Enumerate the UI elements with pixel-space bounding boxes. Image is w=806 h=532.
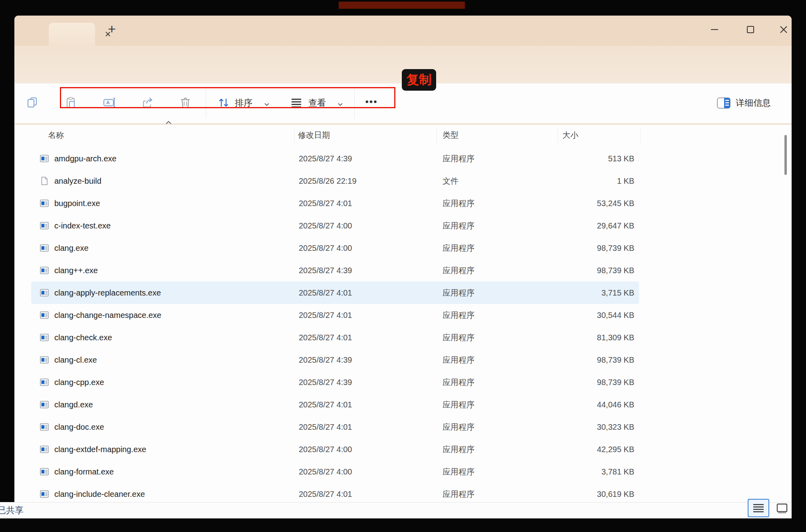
file-icon xyxy=(40,378,49,387)
file-row[interactable]: clang.exe 2025/8/27 4:00 应用程序 98,739 KB xyxy=(31,237,639,259)
file-size: 30,323 KB xyxy=(514,416,634,438)
header-divider xyxy=(14,123,792,125)
maximize-button[interactable] xyxy=(738,16,763,44)
file-row[interactable]: amdgpu-arch.exe 2025/8/27 4:39 应用程序 513 … xyxy=(31,147,639,170)
file-size: 30,544 KB xyxy=(514,304,634,326)
maximize-icon xyxy=(746,25,755,34)
file-icon xyxy=(40,288,49,297)
file-row[interactable]: clang-include-cleaner.exe 2025/8/27 4:01… xyxy=(31,483,639,502)
file-icon xyxy=(40,177,49,185)
details-pane-button[interactable]: 详细信息 xyxy=(713,92,792,115)
file-type: 应用程序 xyxy=(443,237,474,259)
file-type: 应用程序 xyxy=(443,349,474,371)
file-date-modified: 2025/8/27 4:00 xyxy=(299,237,352,259)
exe-file-icon xyxy=(40,355,49,364)
status-bar: 已共享 xyxy=(0,502,792,518)
shared-status-label: 已共享 xyxy=(0,502,24,518)
file-name: bugpoint.exe xyxy=(54,192,100,214)
file-icon xyxy=(40,400,49,409)
delete-button[interactable] xyxy=(176,92,195,113)
screen: × + C: xyxy=(0,0,806,532)
new-tab-button[interactable]: + xyxy=(105,16,118,46)
view-button[interactable] xyxy=(287,92,306,113)
file-name: clang-format.exe xyxy=(54,461,114,483)
file-date-modified: 2025/8/26 22:19 xyxy=(299,170,357,192)
column-header-name[interactable]: 名称 xyxy=(48,126,64,144)
file-row[interactable]: bugpoint.exe 2025/8/27 4:01 应用程序 53,245 … xyxy=(31,192,639,214)
file-type: 应用程序 xyxy=(443,461,474,483)
file-row[interactable]: clangd.exe 2025/8/27 4:01 应用程序 44,046 KB xyxy=(31,393,639,416)
file-row[interactable]: clang-extdef-mapping.exe 2025/8/27 4:00 … xyxy=(31,438,639,461)
rename-button[interactable] xyxy=(100,92,119,113)
file-size: 29,647 KB xyxy=(514,214,634,237)
file-row[interactable]: clang-doc.exe 2025/8/27 4:01 应用程序 30,323… xyxy=(31,416,639,438)
share-button[interactable] xyxy=(138,92,157,113)
column-separator xyxy=(558,128,558,144)
paste-button[interactable] xyxy=(62,92,81,113)
file-size: 81,309 KB xyxy=(514,326,634,349)
file-list: amdgpu-arch.exe 2025/8/27 4:39 应用程序 513 … xyxy=(14,147,792,502)
file-explorer-window: × + C: xyxy=(14,16,792,502)
copy-button[interactable] xyxy=(23,92,42,113)
file-size: 30,619 KB xyxy=(514,483,634,502)
annotation-copy-badge: 复制 xyxy=(402,69,436,91)
paste-icon xyxy=(65,97,77,109)
close-button[interactable] xyxy=(771,16,792,44)
file-name: clangd.exe xyxy=(54,393,93,416)
minimize-button[interactable] xyxy=(702,16,727,44)
exe-file-icon xyxy=(40,378,49,387)
file-date-modified: 2025/8/27 4:01 xyxy=(299,416,352,438)
file-type: 应用程序 xyxy=(443,483,474,502)
file-size: 513 KB xyxy=(514,147,634,170)
file-type: 应用程序 xyxy=(443,416,474,438)
exe-file-icon xyxy=(40,400,49,409)
file-icon xyxy=(40,333,49,342)
toolbar-separator xyxy=(354,89,355,119)
file-type: 应用程序 xyxy=(443,304,474,326)
file-date-modified: 2025/8/27 4:01 xyxy=(299,393,352,416)
file-date-modified: 2025/8/27 4:01 xyxy=(299,326,352,349)
file-row[interactable]: analyze-build 2025/8/26 22:19 文件 1 KB xyxy=(31,170,639,192)
more-options-button[interactable]: ••• xyxy=(361,83,382,123)
exe-file-icon xyxy=(40,154,49,163)
file-row[interactable]: clang-change-namespace.exe 2025/8/27 4:0… xyxy=(31,304,639,326)
view-icon xyxy=(290,97,302,108)
copy-icon xyxy=(27,97,39,109)
file-size: 42,295 KB xyxy=(514,438,634,461)
file-size: 98,739 KB xyxy=(514,237,634,259)
address-bar-row: C:\Program Files\clang+llvm-21.1.0-x86_6… xyxy=(14,46,792,83)
file-row[interactable]: clang++.exe 2025/8/27 4:39 应用程序 98,739 K… xyxy=(31,259,639,282)
file-row[interactable]: clang-cpp.exe 2025/8/27 4:39 应用程序 98,739… xyxy=(31,371,639,393)
file-name: clang-extdef-mapping.exe xyxy=(54,438,146,461)
explorer-tab[interactable]: × xyxy=(49,23,95,46)
file-row[interactable]: clang-format.exe 2025/8/27 4:00 应用程序 3,7… xyxy=(31,461,639,483)
large-icons-view-icon xyxy=(776,503,788,514)
close-icon xyxy=(779,25,788,34)
vertical-scrollbar-thumb[interactable] xyxy=(784,135,787,175)
exe-file-icon xyxy=(40,333,49,342)
file-size: 3,715 KB xyxy=(514,282,634,304)
file-icon xyxy=(40,221,49,230)
file-row[interactable]: clang-check.exe 2025/8/27 4:01 应用程序 81,3… xyxy=(31,326,639,349)
large-icons-view-toggle[interactable] xyxy=(773,502,791,515)
file-row[interactable]: c-index-test.exe 2025/8/27 4:00 应用程序 29,… xyxy=(31,214,639,237)
rename-icon xyxy=(103,97,116,109)
file-name: amdgpu-arch.exe xyxy=(54,147,117,170)
file-name: clang-include-cleaner.exe xyxy=(54,483,145,502)
file-row[interactable]: clang-apply-replacements.exe 2025/8/27 4… xyxy=(31,282,639,304)
file-name: clang-cpp.exe xyxy=(54,371,104,393)
file-row[interactable]: clang-cl.exe 2025/8/27 4:39 应用程序 98,739 … xyxy=(31,349,639,371)
column-header-size[interactable]: 大小 xyxy=(562,126,578,144)
file-date-modified: 2025/8/27 4:39 xyxy=(299,371,352,393)
sort-button[interactable] xyxy=(214,92,233,113)
column-separator xyxy=(640,128,641,144)
file-name: analyze-build xyxy=(54,170,101,192)
file-date-modified: 2025/8/27 4:01 xyxy=(299,192,352,214)
details-view-toggle[interactable] xyxy=(748,499,769,517)
file-type: 应用程序 xyxy=(443,393,474,416)
file-date-modified: 2025/8/27 4:39 xyxy=(299,349,352,371)
file-date-modified: 2025/8/27 4:39 xyxy=(299,259,352,282)
exe-file-icon xyxy=(40,221,49,230)
column-header-type[interactable]: 类型 xyxy=(443,126,459,144)
column-header-date[interactable]: 修改日期 xyxy=(298,126,330,144)
